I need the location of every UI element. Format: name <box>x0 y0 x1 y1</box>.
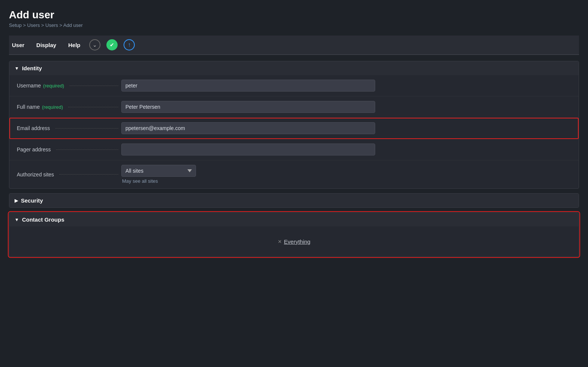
toolbar-user[interactable]: User <box>9 40 27 50</box>
breadcrumb: Setup > Users > Users > Add user <box>9 22 579 28</box>
identity-section-header[interactable]: ▼ Identity <box>9 61 579 75</box>
email-row: Email address <box>9 118 579 139</box>
pager-control <box>121 144 375 155</box>
authorized-sites-label: Authorized sites <box>17 172 121 178</box>
check-icon-button[interactable]: ✔ <box>106 39 118 50</box>
authorized-sites-select-wrap: All sites Specific sites May see all sit… <box>121 165 375 184</box>
contact-groups-section-header[interactable]: ▼ Contact Groups <box>9 213 579 226</box>
contact-group-tag: ✕ Everything <box>278 238 311 245</box>
identity-chevron-icon: ▼ <box>15 66 19 71</box>
contact-groups-body: ✕ Everything <box>9 226 579 256</box>
remove-everything-icon[interactable]: ✕ <box>278 239 282 244</box>
fullname-input[interactable] <box>121 101 375 113</box>
toolbar: User Display Help ⌄ ✔ ↑ <box>9 36 579 55</box>
upload-icon-button[interactable]: ↑ <box>124 39 135 50</box>
username-label: Username (required) <box>17 83 121 89</box>
security-section-label: Security <box>21 197 43 204</box>
chevron-down-icon: ⌄ <box>93 42 97 48</box>
authorized-sites-select[interactable]: All sites Specific sites <box>121 165 196 177</box>
pager-label: Pager address <box>17 147 121 152</box>
email-control <box>121 122 375 134</box>
security-section-header[interactable]: ▶ Security <box>9 194 579 207</box>
contact-groups-section-label: Contact Groups <box>22 216 64 223</box>
pager-row: Pager address <box>9 139 579 160</box>
contact-groups-section: ▼ Contact Groups ✕ Everything <box>9 212 579 257</box>
page-title: Add user <box>9 9 579 21</box>
toolbar-display[interactable]: Display <box>33 40 59 50</box>
email-input[interactable] <box>121 122 375 134</box>
upload-icon: ↑ <box>128 41 131 48</box>
authorized-sites-control: All sites Specific sites May see all sit… <box>121 165 375 184</box>
fullname-row: Full name (required) <box>9 96 579 118</box>
toolbar-help[interactable]: Help <box>65 40 84 50</box>
email-label: Email address <box>17 125 121 131</box>
check-icon: ✔ <box>110 42 114 48</box>
fullname-label: Full name (required) <box>17 104 121 110</box>
security-section: ▶ Security <box>9 193 579 208</box>
everything-tag-label[interactable]: Everything <box>284 238 311 245</box>
username-required: (required) <box>43 83 64 89</box>
identity-section-label: Identity <box>22 65 42 71</box>
pager-input[interactable] <box>121 144 375 155</box>
identity-section: ▼ Identity Username (required) Full name… <box>9 61 579 189</box>
contact-groups-chevron-icon: ▼ <box>15 217 19 222</box>
dropdown-icon-button[interactable]: ⌄ <box>89 39 100 50</box>
authorized-sites-hint: May see all sites <box>121 178 375 184</box>
fullname-required: (required) <box>42 104 63 110</box>
username-input[interactable] <box>121 80 375 92</box>
authorized-sites-row: Authorized sites All sites Specific site… <box>9 160 579 188</box>
fullname-control <box>121 101 375 113</box>
identity-section-body: Username (required) Full name (required)… <box>9 75 579 188</box>
security-chevron-icon: ▶ <box>15 198 18 203</box>
username-control <box>121 80 375 92</box>
username-row: Username (required) <box>9 75 579 96</box>
